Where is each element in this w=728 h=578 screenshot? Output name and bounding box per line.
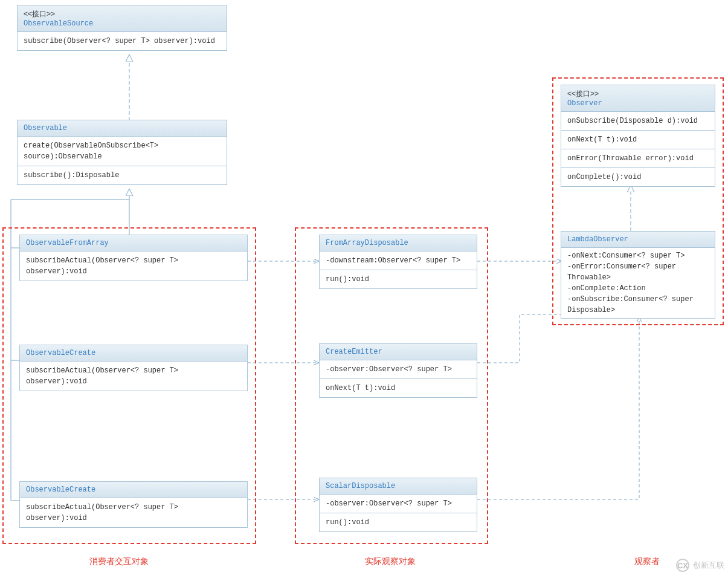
group-actual-label: 实际观察对象 bbox=[365, 556, 416, 567]
class-title: Observable bbox=[18, 120, 227, 137]
class-method: run():void bbox=[320, 513, 477, 531]
class-title: FromArrayDisposable bbox=[320, 235, 477, 252]
box-observable-create-1: ObservableCreate subscribeActual(Observe… bbox=[19, 345, 248, 391]
class-title: ObservableSource bbox=[24, 19, 221, 28]
box-observable-source: <<接口>> ObservableSource subscribe(Observ… bbox=[17, 5, 227, 51]
box-lambda-observer: LambdaObserver -onNext:Consumer<? super … bbox=[561, 231, 715, 319]
box-observable: Observable create(ObservableOnSubscribe<… bbox=[17, 120, 227, 185]
class-field: -downstream:Observer<? super T> bbox=[320, 252, 477, 270]
watermark-text: 创新互联 bbox=[693, 560, 724, 571]
class-title: ObservableCreate bbox=[20, 482, 247, 498]
class-method: create(ObservableOnSubscribe<T> source):… bbox=[18, 137, 227, 166]
class-title: Observer bbox=[567, 99, 709, 108]
class-title: ScalarDisposable bbox=[320, 478, 477, 495]
class-title: LambdaObserver bbox=[561, 232, 715, 248]
class-method: subscribeActual(Observer<? super T> obse… bbox=[20, 252, 247, 281]
class-method: onSubscribe(Disposable d):void bbox=[561, 112, 715, 131]
class-method: run():void bbox=[320, 270, 477, 288]
watermark-badge-icon: CX bbox=[676, 559, 689, 572]
box-from-array-disposable: FromArrayDisposable -downstream:Observer… bbox=[319, 235, 477, 289]
group-consumer-label: 消费者交互对象 bbox=[89, 556, 149, 567]
class-field: -observer:Observer<? super T> bbox=[320, 360, 477, 379]
box-observable-from-array: ObservableFromArray subscribeActual(Obse… bbox=[19, 235, 248, 281]
stereotype: <<接口>> bbox=[567, 89, 709, 99]
class-title: ObservableFromArray bbox=[20, 235, 247, 252]
class-method: subscribeActual(Observer<? super T> obse… bbox=[20, 362, 247, 391]
class-method: subscribeActual(Observer<? super T> obse… bbox=[20, 498, 247, 527]
box-observable-create-2: ObservableCreate subscribeActual(Observe… bbox=[19, 481, 248, 528]
class-field: -observer:Observer<? super T> bbox=[320, 495, 477, 513]
class-field: -onSubscribe:Consumer<? super Disposable… bbox=[567, 294, 709, 316]
class-method: onNext(T t):void bbox=[320, 379, 477, 397]
class-field: -onComplete:Action bbox=[567, 283, 709, 294]
class-method: subscribe():Disposable bbox=[18, 166, 227, 184]
stereotype: <<接口>> bbox=[24, 9, 221, 19]
class-method: onNext(T t):void bbox=[561, 131, 715, 149]
class-method: subscribe(Observer<? super T> observer):… bbox=[18, 32, 227, 50]
class-field: -onNext:Consumer<? super T> bbox=[567, 250, 709, 261]
class-title: CreateEmitter bbox=[320, 344, 477, 360]
box-create-emitter: CreateEmitter -observer:Observer<? super… bbox=[319, 343, 477, 398]
class-method: onComplete():void bbox=[561, 168, 715, 186]
watermark: CX 创新互联 bbox=[676, 559, 724, 572]
box-scalar-disposable: ScalarDisposable -observer:Observer<? su… bbox=[319, 478, 477, 532]
group-observer-label: 观察者 bbox=[634, 556, 660, 567]
class-method: onError(Throwable error):void bbox=[561, 149, 715, 168]
box-observer: <<接口>> Observer onSubscribe(Disposable d… bbox=[561, 85, 715, 187]
class-field: -onError:Consumer<? super Throwable> bbox=[567, 261, 709, 283]
class-title: ObservableCreate bbox=[20, 345, 247, 362]
